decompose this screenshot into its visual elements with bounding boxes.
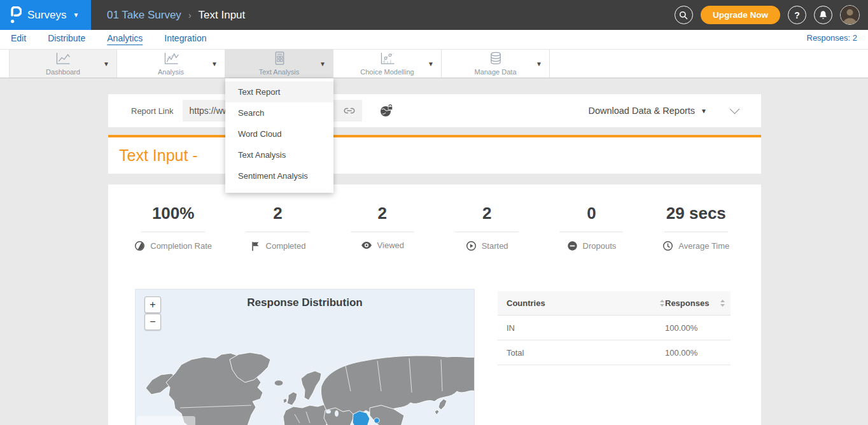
header-actions: Upgrade Now ? bbox=[675, 5, 868, 25]
breadcrumb: 01 Take Survey › Text Input bbox=[107, 9, 245, 22]
breadcrumb-separator: › bbox=[188, 10, 192, 20]
download-data-reports-label: Download Data & Reports bbox=[588, 106, 695, 116]
report-link-bar: Report Link Download Data & Reports ▼ bbox=[108, 94, 761, 127]
menu-item-text-report[interactable]: Text Report bbox=[225, 81, 333, 102]
tab-dashboard[interactable]: Dashboard ▼ bbox=[9, 50, 117, 78]
table-row: IN 100.00% bbox=[498, 316, 731, 340]
menu-item-text-analysis[interactable]: Text Analysis bbox=[225, 144, 333, 165]
countries-column-header[interactable]: Countries bbox=[507, 298, 545, 308]
tab-text-analysis-label: Text Analysis bbox=[259, 68, 300, 76]
text-analysis-menu: Text Report Search Word Cloud Text Analy… bbox=[225, 78, 333, 193]
responses-count: Responses: 2 bbox=[807, 31, 858, 43]
breadcrumb-survey-name[interactable]: 01 Take Survey bbox=[107, 9, 181, 22]
surveys-caret-down-icon: ▼ bbox=[73, 11, 79, 18]
stat-divider bbox=[246, 232, 309, 232]
search-button[interactable] bbox=[675, 6, 693, 24]
stat-divider bbox=[455, 232, 519, 232]
responses-column-header[interactable]: Responses bbox=[665, 298, 716, 308]
collapse-chevron-icon[interactable] bbox=[730, 104, 740, 115]
search-icon bbox=[679, 11, 688, 20]
tab-dashboard-label: Dashboard bbox=[46, 68, 80, 76]
menu-item-sentiment-analysis[interactable]: Sentiment Analysis bbox=[225, 165, 333, 186]
country-cell: IN bbox=[507, 323, 665, 333]
country-cell: Total bbox=[507, 348, 665, 358]
surveys-menu-button[interactable]: Surveys ▼ bbox=[0, 0, 91, 30]
notifications-button[interactable] bbox=[814, 6, 832, 24]
minus-circle-icon bbox=[567, 240, 578, 251]
avatar[interactable] bbox=[840, 5, 860, 25]
tab-manage-data[interactable]: Manage Data ▼ bbox=[442, 50, 550, 78]
top-bar: Surveys ▼ 01 Take Survey › Text Input Up… bbox=[0, 0, 868, 30]
stat-viewed: 2 Viewed bbox=[330, 204, 435, 251]
stat-dropouts-label: Dropouts bbox=[583, 241, 617, 251]
dashboard-caret-down-icon[interactable]: ▼ bbox=[103, 60, 109, 67]
stat-completion-rate: 100% Completion Rate bbox=[121, 204, 225, 251]
menu-item-word-cloud[interactable]: Word Cloud bbox=[225, 123, 333, 144]
nav-item-distribute[interactable]: Distribute bbox=[48, 31, 85, 43]
page-content: Report Link Download Data & Reports ▼ bbox=[0, 78, 868, 425]
stat-started-label: Started bbox=[482, 241, 508, 251]
responses-cell: 100.00% bbox=[665, 348, 716, 358]
sort-responses-icon[interactable] bbox=[720, 299, 725, 307]
survey-nav: Edit Distribute Analytics Integration Re… bbox=[0, 30, 868, 49]
map-zoom-out-button[interactable]: − bbox=[144, 314, 161, 330]
nav-item-edit[interactable]: Edit bbox=[11, 31, 26, 43]
stat-average-time: 29 secs Average Time bbox=[644, 204, 748, 251]
analysis-caret-down-icon[interactable]: ▼ bbox=[211, 60, 218, 67]
stat-viewed-label: Viewed bbox=[377, 240, 404, 250]
stat-divider bbox=[351, 232, 414, 232]
sort-countries-icon[interactable] bbox=[659, 299, 665, 307]
analytics-toolbar: Dashboard ▼ Analysis ▼ Text Analysis ▼ bbox=[0, 49, 868, 78]
clock-icon bbox=[662, 240, 673, 251]
manage-data-caret-down-icon[interactable]: ▼ bbox=[536, 60, 542, 67]
map-tooltip-shadow bbox=[137, 416, 195, 425]
responses-cell: 100.00% bbox=[665, 323, 716, 333]
map-zoom-controls: + − bbox=[144, 296, 161, 330]
choice-modelling-icon bbox=[378, 52, 397, 67]
globe-lock-icon[interactable] bbox=[379, 104, 393, 118]
stat-completion-rate-value: 100% bbox=[121, 204, 225, 223]
stat-completed: 2 Completed bbox=[225, 204, 330, 251]
nav-item-integration[interactable]: Integration bbox=[164, 31, 206, 43]
stat-average-time-label: Average Time bbox=[678, 241, 729, 251]
tab-analysis[interactable]: Analysis ▼ bbox=[117, 50, 225, 78]
response-distribution-map[interactable]: Response Distribution + − bbox=[135, 289, 475, 425]
product-name: Surveys bbox=[27, 9, 66, 22]
stat-average-time-value: 29 secs bbox=[644, 204, 748, 223]
stat-viewed-value: 2 bbox=[330, 204, 435, 223]
questionpro-logo-icon bbox=[10, 6, 22, 24]
tab-analysis-label: Analysis bbox=[158, 68, 184, 76]
eye-icon bbox=[361, 240, 372, 250]
manage-data-icon bbox=[486, 52, 505, 67]
stat-completion-rate-label: Completion Rate bbox=[150, 241, 212, 251]
stat-divider bbox=[664, 232, 728, 232]
text-analysis-icon bbox=[270, 52, 289, 67]
flag-icon bbox=[250, 240, 261, 251]
analytics-panel: 100% Completion Rate 2 bbox=[108, 185, 761, 425]
link-icon[interactable] bbox=[343, 104, 356, 117]
tab-text-analysis[interactable]: Text Analysis ▼ bbox=[225, 50, 333, 78]
nav-item-analytics[interactable]: Analytics bbox=[107, 31, 143, 43]
choice-modelling-caret-down-icon[interactable]: ▼ bbox=[428, 60, 434, 67]
download-caret-down-icon: ▼ bbox=[701, 108, 707, 115]
text-analysis-caret-down-icon[interactable]: ▼ bbox=[319, 60, 326, 67]
breadcrumb-current-page: Text Input bbox=[199, 9, 246, 22]
map-zoom-in-button[interactable]: + bbox=[144, 296, 161, 313]
menu-item-search[interactable]: Search bbox=[225, 102, 333, 123]
stat-started: 2 Started bbox=[435, 204, 539, 251]
world-map bbox=[136, 289, 475, 425]
question-title-panel: Text Input - bbox=[108, 135, 761, 174]
analysis-icon bbox=[162, 52, 181, 67]
tab-manage-data-label: Manage Data bbox=[474, 68, 516, 76]
download-data-reports-dropdown[interactable]: Download Data & Reports ▼ bbox=[588, 106, 707, 116]
play-icon bbox=[466, 240, 477, 251]
countries-table: Countries Responses bbox=[498, 291, 731, 365]
stat-dropouts-value: 0 bbox=[539, 204, 643, 223]
help-button[interactable]: ? bbox=[788, 6, 806, 24]
map-title: Response Distribution bbox=[136, 296, 474, 309]
upgrade-now-button[interactable]: Upgrade Now bbox=[701, 6, 780, 24]
tab-choice-modelling[interactable]: Choice Modelling ▼ bbox=[333, 50, 442, 78]
question-title: Text Input - bbox=[119, 146, 198, 165]
report-link-label: Report Link bbox=[131, 106, 173, 116]
stat-completed-value: 2 bbox=[225, 204, 330, 223]
